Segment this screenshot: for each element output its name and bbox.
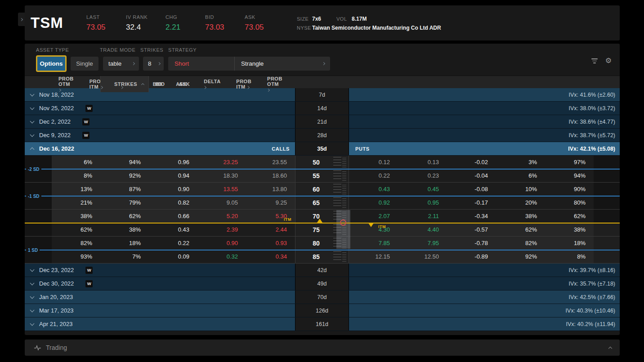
trade-mode-select[interactable]: table	[103, 57, 139, 71]
put-bid-cell[interactable]: 12.15	[349, 250, 398, 263]
put-ask-cell[interactable]: 0.45	[398, 183, 447, 196]
put-bid-cell[interactable]: 7.85	[349, 237, 398, 250]
call-prob-itm-cell[interactable]: 38%	[100, 223, 149, 236]
strategy-side-value[interactable]: Short	[168, 57, 235, 71]
expiration-row[interactable]: Dec 23, 2022 W 42d IVx: 39.7% (±8.16)	[25, 264, 620, 277]
expiration-row-expanded[interactable]: Dec 16, 2022 CALLS 35d PUTS IVx: 42.1% (…	[25, 142, 620, 156]
call-prob-itm-cell[interactable]: 62%	[100, 210, 149, 223]
call-bid-cell[interactable]: 2.39	[197, 223, 246, 236]
put-delta-cell[interactable]: -0.89	[447, 250, 496, 263]
call-ask-cell[interactable]: 18.60	[246, 169, 295, 182]
call-ask-cell[interactable]: 13.80	[246, 183, 295, 196]
call-prob-otm-cell[interactable]: 62%	[52, 223, 100, 236]
put-prob-otm-cell[interactable]: 90%	[545, 183, 594, 196]
expiration-row[interactable]: Dec 30, 2022 W 49d IVx: 35.7% (±7.18)	[25, 277, 620, 290]
call-bid-cell[interactable]: 23.25	[197, 156, 246, 169]
call-prob-otm-cell[interactable]: 8%	[52, 169, 100, 182]
call-delta-cell[interactable]: 0.94	[149, 169, 197, 182]
call-bid-cell[interactable]: 13.55	[197, 183, 246, 196]
call-ask-cell[interactable]: 5.30	[246, 210, 295, 223]
put-prob-otm-cell[interactable]: 38%	[545, 223, 594, 236]
call-delta-cell[interactable]: 0.90	[149, 183, 197, 196]
put-delta-cell[interactable]: -0.02	[447, 156, 496, 169]
put-prob-otm-cell[interactable]: 94%	[545, 169, 594, 182]
put-ask-cell[interactable]: 12.50	[398, 250, 447, 263]
put-prob-itm-cell[interactable]: 92%	[496, 250, 545, 263]
put-delta-cell[interactable]: -0.57	[447, 223, 496, 236]
put-bid-cell[interactable]: 4.30	[349, 223, 398, 236]
call-delta-cell[interactable]: 0.82	[149, 196, 197, 209]
strike-price-cell[interactable]: 50	[295, 156, 349, 169]
asset-type-single-button[interactable]: Single	[71, 57, 98, 71]
put-bid-cell[interactable]: 2.07	[349, 210, 398, 223]
put-delta-cell[interactable]: -0.17	[447, 196, 496, 209]
call-ask-cell[interactable]: 23.55	[246, 156, 295, 169]
put-prob-otm-cell[interactable]: 80%	[545, 196, 594, 209]
filter-icon[interactable]	[590, 57, 599, 65]
call-bid-cell[interactable]: 0.90	[197, 237, 246, 250]
put-prob-otm-cell[interactable]: 18%	[545, 237, 594, 250]
settings-gear-icon[interactable]: ⚙	[605, 57, 612, 64]
put-ask-cell[interactable]: 0.13	[398, 156, 447, 169]
put-bid-cell[interactable]: 0.22	[349, 169, 398, 182]
strike-price-cell[interactable]: 60	[295, 183, 349, 196]
put-prob-itm-cell[interactable]: 38%	[496, 210, 545, 223]
put-prob-otm-cell[interactable]: 62%	[545, 210, 594, 223]
call-delta-cell[interactable]: 0.66	[149, 210, 197, 223]
expiration-row[interactable]: Nov 18, 2022 7d IVx: 41.6% (±2.60)	[25, 88, 620, 102]
trading-section-toggle[interactable]: Trading	[25, 340, 620, 356]
call-prob-itm-cell[interactable]: 87%	[100, 183, 149, 196]
put-bid-cell[interactable]: 0.43	[349, 183, 398, 196]
call-delta-cell[interactable]: 0.43	[149, 223, 197, 236]
strike-price-cell[interactable]: 55	[295, 169, 349, 182]
call-prob-itm-cell[interactable]: 18%	[100, 237, 149, 250]
put-prob-itm-cell[interactable]: 10%	[496, 183, 545, 196]
call-bid-cell[interactable]: 0.32	[197, 250, 246, 263]
call-prob-otm-cell[interactable]: 93%	[52, 250, 100, 263]
put-prob-otm-cell[interactable]: 8%	[545, 250, 594, 263]
put-ask-cell[interactable]: 2.11	[398, 210, 447, 223]
call-delta-cell[interactable]: 0.22	[149, 237, 197, 250]
put-bid-cell[interactable]: 0.92	[349, 196, 398, 209]
put-delta-cell[interactable]: -0.08	[447, 183, 496, 196]
strike-price-cell[interactable]: 85	[295, 250, 349, 263]
put-prob-itm-cell[interactable]: 6%	[496, 169, 545, 182]
asset-type-options-button[interactable]: Options	[36, 55, 67, 72]
put-bid-cell[interactable]: 0.12	[349, 156, 398, 169]
put-ask-cell[interactable]: 0.23	[398, 169, 447, 182]
call-prob-otm-cell[interactable]: 82%	[52, 237, 100, 250]
put-prob-itm-cell[interactable]: 82%	[496, 237, 545, 250]
put-prob-itm-cell[interactable]: 62%	[496, 223, 545, 236]
sidebar-expand-handle[interactable]	[18, 13, 25, 26]
call-bid-cell[interactable]: 18.30	[197, 169, 246, 182]
call-ask-cell[interactable]: 2.44	[246, 223, 295, 236]
strategy-select[interactable]: Short Strangle	[168, 57, 330, 71]
call-prob-itm-cell[interactable]: 7%	[100, 250, 149, 263]
call-prob-itm-cell[interactable]: 92%	[100, 169, 149, 182]
call-prob-otm-cell[interactable]: 13%	[52, 183, 100, 196]
expiration-row[interactable]: Mar 17, 2023 126d IVx: 40.3% (±10.46)	[25, 304, 620, 317]
put-prob-otm-cell[interactable]: 97%	[545, 156, 594, 169]
put-ask-cell[interactable]: 7.95	[398, 237, 447, 250]
strike-price-cell[interactable]: 75	[295, 223, 349, 236]
call-prob-itm-cell[interactable]: 79%	[100, 196, 149, 209]
expiration-row[interactable]: Apr 21, 2023 161d IVx: 40.2% (±11.94)	[25, 317, 620, 331]
put-ask-cell[interactable]: 4.40	[398, 223, 447, 236]
expiration-row[interactable]: Dec 2, 2022 W 21d IVx: 38.6% (±4.77)	[25, 115, 620, 129]
call-delta-cell[interactable]: 0.09	[149, 250, 197, 263]
call-delta-cell[interactable]: 0.96	[149, 156, 197, 169]
expiration-row[interactable]: Jan 20, 2023 70d IVx: 42.5% (±7.66)	[25, 290, 620, 304]
strike-price-cell[interactable]: 65	[295, 196, 349, 209]
expiration-row[interactable]: Dec 9, 2022 W 28d IVx: 38.7% (±5.72)	[25, 129, 620, 142]
put-delta-cell[interactable]: -0.04	[447, 169, 496, 182]
call-prob-otm-cell[interactable]: 6%	[52, 156, 100, 169]
call-ask-cell[interactable]: 0.93	[246, 237, 295, 250]
put-prob-itm-cell[interactable]: 20%	[496, 196, 545, 209]
expiration-row[interactable]: Nov 25, 2022 W 14d IVx: 38.0% (±3.72)	[25, 102, 620, 115]
call-ask-cell[interactable]: 0.34	[246, 250, 295, 263]
call-prob-otm-cell[interactable]: 38%	[52, 210, 100, 223]
call-ask-cell[interactable]: 9.25	[246, 196, 295, 209]
put-delta-cell[interactable]: -0.78	[447, 237, 496, 250]
strike-price-cell[interactable]: 80	[295, 237, 349, 250]
strikes-count-select[interactable]: 8	[143, 57, 164, 71]
